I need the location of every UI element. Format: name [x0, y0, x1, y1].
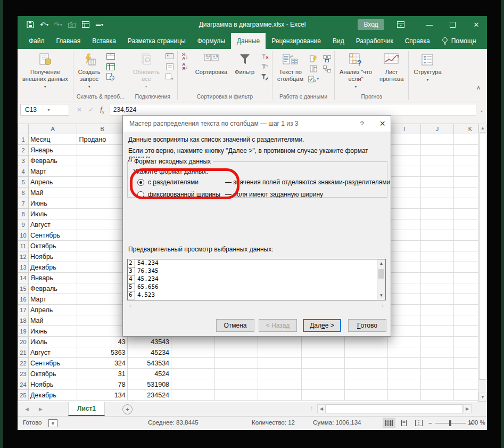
cell[interactable]: Месяц	[28, 134, 77, 145]
row-header-20[interactable]: 20	[18, 337, 29, 347]
name-box-dropdown-icon[interactable]: ▾	[44, 108, 69, 112]
row-header-9[interactable]: 9	[18, 219, 29, 230]
cell[interactable]	[77, 283, 127, 294]
data-validation-icon[interactable]: ▾	[308, 75, 319, 83]
column-header-J[interactable]: J	[421, 124, 454, 134]
sort-za-icon[interactable]: АЯ↓	[180, 62, 191, 71]
cell[interactable]: Апрель	[28, 305, 77, 315]
cell[interactable]: Ноябрь	[28, 379, 77, 390]
row-header-16[interactable]: 16	[18, 294, 29, 305]
cell[interactable]: Декабрь	[28, 390, 77, 401]
camera-icon[interactable]	[68, 20, 76, 29]
cell[interactable]	[421, 315, 454, 326]
what-if-analysis-button[interactable]: ? Анализ "что если" ▾	[337, 50, 375, 92]
cell[interactable]	[388, 337, 421, 347]
save-icon[interactable]	[26, 20, 35, 29]
get-external-data-button[interactable]: Получение внешних данных ▾	[20, 50, 71, 92]
cell[interactable]: Январь	[28, 145, 77, 156]
cell[interactable]: 78	[77, 379, 127, 390]
preview-scroll-left-icon[interactable]: ‹	[129, 303, 131, 309]
cell[interactable]	[77, 305, 127, 315]
minimize-button[interactable]: —	[420, 16, 439, 33]
cell[interactable]	[421, 251, 454, 262]
cell[interactable]	[301, 369, 345, 379]
cell[interactable]	[171, 337, 215, 347]
row-header-6[interactable]: 6	[18, 188, 29, 198]
dialog-help-icon[interactable]: ?	[354, 116, 370, 132]
cell[interactable]	[77, 326, 127, 337]
relationships-icon[interactable]	[321, 64, 332, 73]
filter-button[interactable]: Фильтр	[232, 50, 257, 77]
horizontal-scrollbar-thumb[interactable]	[326, 404, 463, 413]
cell[interactable]	[171, 358, 215, 369]
scroll-up-icon[interactable]: ▲	[478, 124, 487, 133]
cell[interactable]	[258, 390, 302, 401]
cell[interactable]	[421, 273, 454, 283]
ribbon-tab-developer[interactable]: Разработчик	[350, 33, 399, 49]
cell[interactable]: Февраль	[28, 156, 77, 166]
cell[interactable]	[171, 379, 215, 390]
row-header-25[interactable]: 25	[18, 390, 29, 401]
row-header-14[interactable]: 14	[18, 273, 29, 283]
preview-vertical-scrollbar[interactable]: ▲ ▼	[377, 259, 385, 300]
cell[interactable]	[77, 166, 127, 177]
cell[interactable]	[388, 198, 421, 209]
zoom-out-icon[interactable]: −	[428, 420, 432, 426]
redo-icon[interactable]: ↷▾	[54, 20, 62, 29]
select-all-corner[interactable]	[18, 124, 29, 134]
cell[interactable]	[345, 379, 388, 390]
cell[interactable]	[421, 219, 454, 230]
show-queries-icon[interactable]	[105, 52, 116, 61]
cell[interactable]	[421, 177, 454, 188]
cell[interactable]	[421, 369, 454, 379]
cell[interactable]: Сентябрь	[28, 230, 77, 241]
cell[interactable]	[345, 347, 388, 358]
cell[interactable]	[171, 347, 215, 358]
column-header-I[interactable]: I	[388, 124, 421, 134]
cancel-entry-icon[interactable]: ✕	[77, 106, 82, 113]
cell[interactable]: Май	[28, 315, 77, 326]
properties-icon[interactable]	[164, 62, 175, 71]
dialog-close-icon[interactable]: ✕	[374, 116, 391, 132]
cell[interactable]	[77, 241, 127, 251]
cell[interactable]	[388, 241, 421, 251]
cell[interactable]	[388, 390, 421, 401]
close-button[interactable]: ✕	[467, 16, 485, 33]
cell[interactable]: 543534	[127, 358, 171, 369]
cell[interactable]: 31	[77, 369, 127, 379]
forecast-sheet-button[interactable]: Лист прогноза	[377, 50, 406, 84]
next-sheet-icon[interactable]: ▶	[39, 406, 43, 412]
cell[interactable]	[421, 188, 454, 198]
cell[interactable]	[301, 347, 345, 358]
formula-input[interactable]: 234,524	[110, 104, 476, 116]
cell[interactable]: 4524	[127, 369, 171, 379]
cell[interactable]	[388, 230, 421, 241]
cell[interactable]: Декабрь	[28, 262, 77, 273]
row-header-21[interactable]: 21	[18, 347, 29, 358]
cell[interactable]	[421, 156, 454, 166]
cell[interactable]: Сентябрь	[28, 358, 77, 369]
row-header-17[interactable]: 17	[18, 305, 29, 315]
cell[interactable]	[388, 177, 421, 188]
cell[interactable]: Март	[28, 166, 77, 177]
cell[interactable]	[171, 369, 215, 379]
row-header-5[interactable]: 5	[18, 177, 29, 188]
row-header-11[interactable]: 11	[18, 241, 29, 251]
cell[interactable]	[258, 369, 302, 379]
cell[interactable]: Июль	[28, 337, 77, 347]
from-table-icon[interactable]	[105, 62, 116, 71]
cancel-button[interactable]: Отмена	[216, 319, 254, 332]
row-header-19[interactable]: 19	[18, 326, 29, 337]
row-header-1[interactable]: 1	[18, 134, 29, 145]
page-break-view-icon[interactable]	[412, 418, 425, 428]
cell[interactable]	[258, 379, 302, 390]
text-to-columns-button[interactable]: Текст по столбцам	[275, 50, 306, 84]
remove-duplicates-icon[interactable]	[308, 64, 319, 73]
cell[interactable]	[388, 262, 421, 273]
ribbon-tab-file[interactable]: Файл	[23, 33, 51, 49]
expand-formula-bar-icon[interactable]: ⌄	[476, 107, 487, 113]
recent-sources-icon[interactable]	[105, 72, 116, 81]
cell[interactable]: 43	[77, 337, 127, 347]
cell[interactable]	[345, 369, 388, 379]
cell[interactable]: Октябрь	[28, 369, 77, 379]
